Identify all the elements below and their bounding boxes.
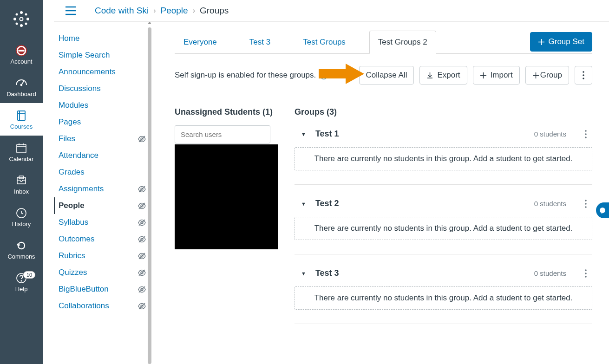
coursenav-label: Home [59,34,79,43]
coursenav-label: Simple Search [59,51,110,60]
coursenav-item-simple-search[interactable]: Simple Search [54,47,147,64]
svg-point-7 [25,23,27,25]
tab-test-groups[interactable]: Test Groups [294,31,354,54]
svg-point-1 [20,24,23,27]
coursenav-label: Discussions [59,84,101,93]
button-label: Import [491,71,513,80]
kebab-icon [585,130,587,138]
svg-point-73 [585,203,587,205]
tab-everyone[interactable]: Everyone [175,31,226,54]
nav-label: Inbox [14,188,29,195]
coursenav-item-outcomes[interactable]: Outcomes [54,231,147,247]
search-users-input[interactable] [175,125,270,143]
svg-point-0 [20,11,23,14]
nav-commons[interactable]: Commons [0,233,43,266]
arrow-right-icon [319,63,365,85]
coursenav-label: Grades [59,168,85,177]
group-options-button[interactable] [581,130,590,138]
svg-point-77 [585,276,587,278]
unassigned-title: Unassigned Students (1) [175,107,283,117]
plus-icon [480,72,487,79]
import-button[interactable]: Import [473,66,520,84]
group-name: Test 1 [315,129,534,139]
download-icon [426,72,433,79]
help-floating-button[interactable] [596,202,609,218]
breadcrumb-current: Groups [200,6,229,16]
breadcrumb: Code with Ski › People › Groups [95,6,229,16]
svg-point-69 [585,130,587,132]
hamburger-button[interactable] [65,6,76,15]
commons-icon [15,239,28,252]
book-icon [15,109,28,122]
account-icon [15,44,28,57]
canvas-logo[interactable] [0,0,43,38]
nav-dashboard[interactable]: Dashboard [0,71,43,103]
nav-inbox[interactable]: Inbox [0,168,43,201]
coursenav-item-syllabus[interactable]: Syllabus [54,214,147,231]
add-group-button[interactable]: Group [525,66,569,84]
tab-test-3[interactable]: Test 3 [241,31,279,54]
coursenav-item-pages[interactable]: Pages [54,114,147,130]
signup-message: Self sign-up is enabled for these groups… [175,71,316,80]
group-header[interactable]: ▼Test 10 students [295,125,592,147]
svg-marker-59 [346,64,364,84]
add-group-set-button[interactable]: Group Set [530,32,593,52]
coursenav-item-modules[interactable]: Modules [54,97,147,114]
coursenav-label: Syllabus [59,218,88,227]
coursenav-item-bigbluebutton[interactable]: BigBlueButton [54,281,147,298]
tab-test-groups-2[interactable]: Test Groups 2 [369,31,436,54]
nav-courses[interactable]: Courses [0,103,43,136]
chevron-right-icon: › [193,6,195,15]
coursenav-item-quizzes[interactable]: Quizzes [54,264,147,281]
nav-history[interactable]: History [0,201,43,233]
more-options-button[interactable] [575,66,592,84]
inbox-icon [15,174,28,187]
nav-account[interactable]: Account [0,38,43,71]
collapse-all-button[interactable]: Collapse All [359,66,414,84]
group-header[interactable]: ▼Test 30 students [295,265,592,286]
coursenav-item-rubrics[interactable]: Rubrics [54,247,147,264]
coursenav-item-people[interactable]: People [54,197,147,214]
scroll-up-caret-icon[interactable]: ▲ [147,22,152,26]
calendar-icon [15,142,28,155]
header: Code with Ski › People › Groups [54,0,609,22]
group-options-button[interactable] [581,269,590,278]
nav-label: Calendar [9,156,34,162]
kebab-icon [585,269,587,278]
group-dropzone[interactable]: There are currently no students in this … [295,147,592,170]
unassigned-panel: Unassigned Students (1) [175,107,283,334]
dashboard-icon [15,77,28,90]
coursenav-item-home[interactable]: Home [54,30,147,47]
coursenav-item-discussions[interactable]: Discussions [54,80,147,97]
hidden-eye-icon [138,185,146,193]
svg-point-8 [20,18,23,21]
nav-calendar[interactable]: Calendar [0,136,43,168]
svg-point-70 [585,133,587,135]
coursenav-item-files[interactable]: Files [54,130,147,147]
breadcrumb-course[interactable]: Code with Ski [95,6,149,16]
svg-rect-18 [17,144,26,153]
coursenav-label: Outcomes [59,234,94,244]
coursenav-item-collaborations[interactable]: Collaborations [54,298,147,314]
breadcrumb-people[interactable]: People [161,6,188,16]
svg-rect-58 [319,69,346,78]
group-options-button[interactable] [581,200,590,208]
svg-point-75 [585,269,587,271]
canvas-logo-icon [12,10,31,28]
group-name: Test 3 [315,268,534,278]
coursenav-item-announcements[interactable]: Announcements [54,64,147,80]
nav-help[interactable]: 10 Help [0,266,43,298]
button-label: Group [540,71,562,80]
hidden-eye-icon [138,135,146,143]
coursenav-item-attendance[interactable]: Attendance [54,147,147,164]
export-button[interactable]: Export [419,66,467,84]
group-header[interactable]: ▼Test 20 students [295,195,592,217]
svg-point-67 [583,74,584,76]
coursenav-item-assignments[interactable]: Assignments [54,181,147,197]
coursenav-label: Pages [59,117,81,127]
coursenav-item-grades[interactable]: Grades [54,164,147,181]
course-nav: ▲ HomeSimple SearchAnnouncementsDiscussi… [54,22,147,364]
coursenav-label: Collaborations [59,301,109,311]
group-dropzone[interactable]: There are currently no students in this … [295,286,592,310]
group-dropzone[interactable]: There are currently no students in this … [295,217,592,240]
